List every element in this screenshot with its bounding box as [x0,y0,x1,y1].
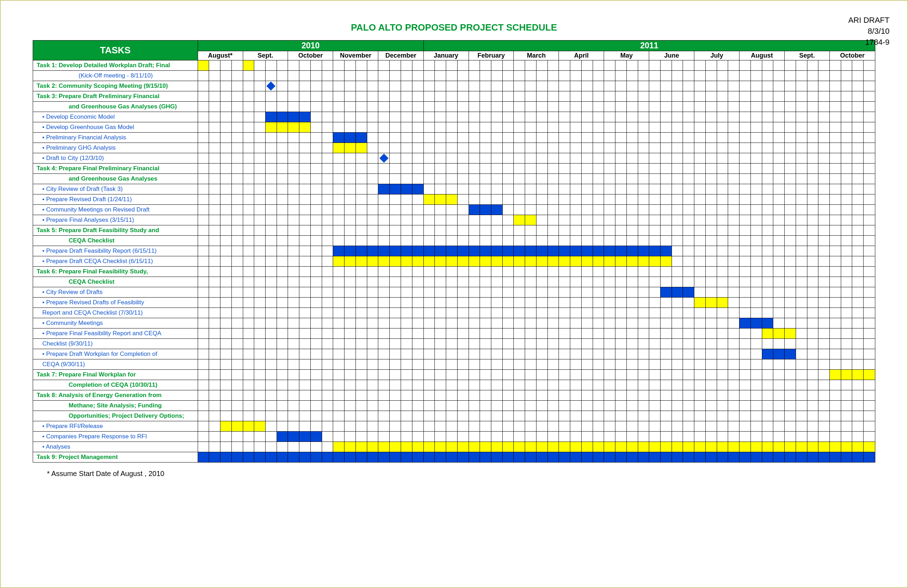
row-label: Task 5: Prepare Draft Feasibility Study … [33,226,198,236]
row-label: • Prepare Draft Feasibility Report (6/15… [33,246,198,256]
year-2011: 2011 [423,40,875,51]
gantt-row: • Prepare Revised Draft (1/24/11) [33,195,875,205]
gantt-row: (Kick-Off meeting - 8/11/10) [33,71,875,81]
gantt-row: • Preliminary GHG Analysis [33,143,875,153]
gantt-row: Task 2: Community Scoping Meeting (9/15/… [33,81,875,91]
footnote: * Assume Start Date of August , 2010 [47,470,875,478]
row-label: Task 3: Prepare Draft Preliminary Financ… [33,91,198,101]
gantt-row: and Greenhouse Gas Analyses (GHG) [33,101,875,112]
gantt-row: Task 9: Project Management [33,452,875,462]
gantt-row: Task 7: Prepare Final Workplan for [33,370,875,380]
meta-date: 8/3/10 [848,26,890,37]
gantt-row: • Prepare RFI/Release [33,421,875,432]
gantt-table: TASKS20102011August*Sept.OctoberNovember… [33,40,875,462]
row-label: CEQA Checklist [33,277,198,287]
row-label: Task 9: Project Management [33,452,198,462]
row-label: • Analyses [33,442,198,452]
gantt-row: Task 8: Analysis of Energy Generation fr… [33,390,875,401]
month-header: January [423,51,468,60]
gantt-row: CEQA (9/30/11) [33,359,875,370]
row-label: Task 2: Community Scoping Meeting (9/15/… [33,81,198,91]
gantt-row: Task 3: Prepare Draft Preliminary Financ… [33,91,875,101]
row-label: • Prepare Final Feasibility Report and C… [33,329,198,339]
month-header: August* [198,51,243,60]
month-header: April [559,51,604,60]
row-label: Task 4: Prepare Final Preliminary Financ… [33,164,198,174]
month-header: October [830,51,875,60]
month-header: Sept. [243,51,288,60]
gantt-row: Task 4: Prepare Final Preliminary Financ… [33,164,875,174]
row-label: • Prepare RFI/Release [33,421,198,432]
meta-draft: ARI DRAFT [848,15,890,26]
row-label: Task 7: Prepare Final Workplan for [33,370,198,380]
row-label: • Preliminary GHG Analysis [33,143,198,153]
row-label: (Kick-Off meeting - 8/11/10) [33,71,198,81]
month-header: March [514,51,559,60]
gantt-row: Methane; Site Analysis; Funding [33,401,875,411]
document-meta: ARI DRAFT 8/3/10 1784-9 [848,15,890,48]
row-label: • City Review of Draft (Task 3) [33,184,198,195]
row-label: • Prepare Revised Draft (1/24/11) [33,195,198,205]
tasks-header: TASKS [33,40,198,60]
row-label: • Develop Economic Model [33,112,198,122]
row-label: • Companies Prepare Response to RFI [33,432,198,442]
gantt-row: Task 1: Develop Detailed Workplan Draft;… [33,60,875,71]
year-2010: 2010 [198,40,423,51]
gantt-row: • Community Meetings [33,318,875,329]
gantt-row: • Develop Economic Model [33,112,875,122]
gantt-row: • Community Meetings on Revised Draft [33,205,875,215]
milestone-icon [379,153,388,163]
month-header: May [604,51,649,60]
month-header: August [739,51,785,60]
row-label: • Community Meetings on Revised Draft [33,205,198,215]
month-header: June [649,51,694,60]
row-label: • Preliminary Financial Analysis [33,133,198,143]
gantt-row: • Develop Greenhouse Gas Model [33,122,875,133]
row-label: Task 8: Analysis of Energy Generation fr… [33,390,198,401]
month-header: Sept. [785,51,830,60]
gantt-row: Task 5: Prepare Draft Feasibility Study … [33,226,875,236]
row-label: • Draft to City (12/3/10) [33,153,198,164]
row-label: • Community Meetings [33,318,198,329]
gantt-row: • Prepare Final Feasibility Report and C… [33,329,875,339]
row-label: Task 6: Prepare Final Feasibility Study, [33,267,198,277]
row-label: Checklist (9/30/11) [33,339,198,349]
gantt-row: • Preliminary Financial Analysis [33,133,875,143]
row-label: Report and CEQA Checklist (7/30/11) [33,308,198,318]
month-header: February [468,51,514,60]
gantt-row: Checklist (9/30/11) [33,339,875,349]
month-header: October [288,51,333,60]
gantt-row: • Prepare Draft Feasibility Report (6/15… [33,246,875,256]
row-label: Completion of CEQA (10/30/11) [33,380,198,390]
gantt-row: • Prepare Draft CEQA Checklist (6/15/11) [33,256,875,267]
gantt-row: • Prepare Final Analyses (3/15/11) [33,215,875,226]
row-label: and Greenhouse Gas Analyses (GHG) [33,101,198,112]
meta-doc: 1784-9 [848,37,890,48]
row-label: • Develop Greenhouse Gas Model [33,122,198,133]
gantt-row: Report and CEQA Checklist (7/30/11) [33,308,875,318]
gantt-row: Completion of CEQA (10/30/11) [33,380,875,390]
month-header: July [694,51,739,60]
row-label: and Greenhouse Gas Analyses [33,174,198,184]
gantt-row: • Analyses [33,442,875,452]
row-label: • Prepare Revised Drafts of Feasibility [33,298,198,308]
row-label: Methane; Site Analysis; Funding [33,401,198,411]
row-label: Opportunities; Project Delivery Options; [33,411,198,421]
row-label: • City Review of Drafts [33,287,198,298]
gantt-row: • City Review of Drafts [33,287,875,298]
row-label: • Prepare Draft CEQA Checklist (6/15/11) [33,256,198,267]
month-header: December [378,51,423,60]
row-label: CEQA Checklist [33,236,198,246]
gantt-row: and Greenhouse Gas Analyses [33,174,875,184]
row-label: CEQA (9/30/11) [33,359,198,370]
gantt-row: CEQA Checklist [33,277,875,287]
gantt-row: • Companies Prepare Response to RFI [33,432,875,442]
row-label: • Prepare Final Analyses (3/15/11) [33,215,198,226]
gantt-row: • Draft to City (12/3/10) [33,153,875,164]
row-label: Task 1: Develop Detailed Workplan Draft;… [33,60,198,71]
gantt-row: • Prepare Revised Drafts of Feasibility [33,298,875,308]
gantt-row: Opportunities; Project Delivery Options; [33,411,875,421]
page-title: PALO ALTO PROPOSED PROJECT SCHEDULE [33,22,875,33]
gantt-row: Task 6: Prepare Final Feasibility Study, [33,267,875,277]
gantt-row: CEQA Checklist [33,236,875,246]
